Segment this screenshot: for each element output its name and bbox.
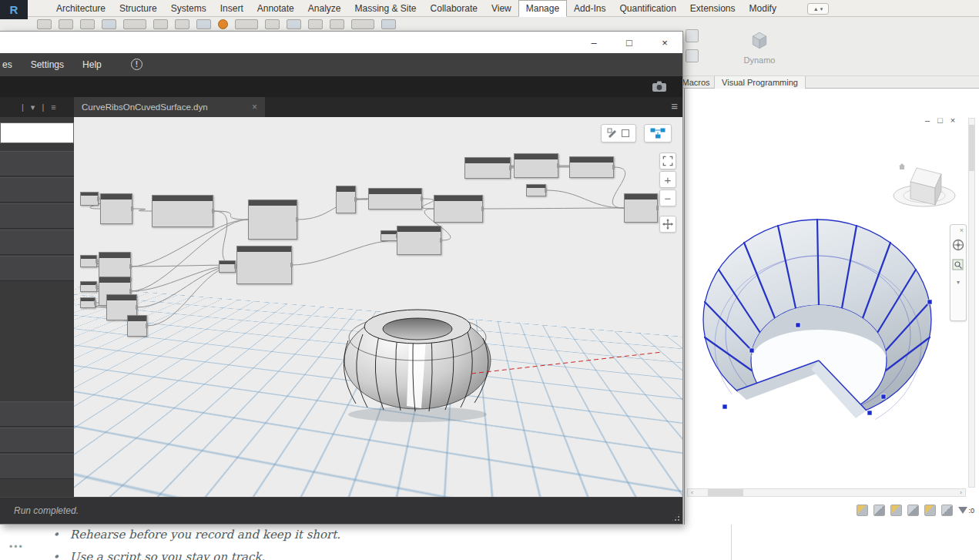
tab-structure[interactable]: Structure	[112, 0, 164, 17]
tab-annotate[interactable]: Annotate	[250, 0, 301, 17]
tab-extensions[interactable]: Extensions	[683, 0, 743, 17]
tab-close-icon[interactable]: ×	[252, 102, 257, 112]
roof-tool-icon[interactable]	[196, 19, 211, 29]
graph-node[interactable]	[397, 226, 441, 255]
close-button[interactable]: ×	[653, 32, 676, 53]
view-section-icon[interactable]	[235, 19, 258, 29]
zoom-in-button[interactable]: +	[659, 171, 676, 188]
scroll-left-icon[interactable]: ‹	[688, 488, 696, 497]
graph-node[interactable]	[127, 315, 147, 337]
zoom-fit-button[interactable]	[659, 153, 676, 169]
tab-collaborate[interactable]: Collaborate	[424, 0, 484, 17]
graph-node[interactable]	[526, 184, 546, 196]
scroll-right-icon[interactable]: ›	[957, 488, 965, 497]
tab-add-ins[interactable]: Add-Ins	[567, 0, 612, 17]
wall-tool-icon[interactable]	[80, 19, 95, 29]
select-pinned-icon[interactable]	[890, 505, 902, 516]
vscroll-thumb[interactable]	[969, 125, 974, 171]
component-tool-icon[interactable]	[153, 19, 168, 29]
graph-node[interactable]	[152, 195, 213, 227]
ribbon-collapse-button[interactable]: ▲ ▾	[807, 3, 829, 15]
sheet-tool-icon[interactable]	[330, 19, 344, 29]
view-horizontal-scrollbar[interactable]: ‹ ›	[687, 488, 966, 497]
revit-app-button[interactable]: R	[0, 0, 28, 19]
column-tool-icon[interactable]	[175, 19, 189, 29]
render-icon[interactable]	[218, 19, 228, 29]
graph-node[interactable]	[569, 156, 614, 178]
tab-manage[interactable]: Manage	[518, 0, 567, 17]
geometry-view-toggle[interactable]	[601, 124, 636, 143]
select-underlay-icon[interactable]	[873, 505, 885, 516]
graph-node[interactable]	[100, 193, 132, 224]
select-links-icon[interactable]	[857, 505, 868, 516]
library-category[interactable]	[0, 454, 74, 479]
graph-view-toggle[interactable]	[644, 124, 672, 143]
graph-node[interactable]	[80, 255, 97, 267]
maximize-button[interactable]: □	[618, 32, 641, 53]
hscroll-thumb[interactable]	[708, 489, 743, 496]
graph-node[interactable]	[514, 153, 558, 178]
resize-grip[interactable]	[671, 512, 681, 522]
more-button[interactable]: •••	[9, 542, 24, 552]
macro-manager-icon[interactable]	[686, 29, 699, 42]
export-image-camera-icon[interactable]	[652, 81, 667, 96]
macro-security-icon[interactable]	[686, 49, 699, 62]
schedule-tool-icon[interactable]	[351, 19, 374, 29]
zoom-tool-icon[interactable]	[952, 259, 964, 274]
graph-node[interactable]	[434, 195, 483, 223]
graph-node[interactable]	[80, 281, 97, 292]
drag-on-selection-icon[interactable]	[924, 505, 936, 516]
zoom-out-button[interactable]: −	[659, 189, 676, 206]
default-3d-icon[interactable]	[287, 19, 301, 29]
graph-node[interactable]	[236, 246, 292, 284]
library-category[interactable]	[0, 230, 74, 255]
tab-view[interactable]: View	[484, 0, 518, 17]
tab-analyze[interactable]: Analyze	[301, 0, 348, 17]
menu-settings[interactable]: Settings	[31, 59, 64, 70]
modify-cursor-icon[interactable]	[37, 19, 52, 29]
tab-massing-site[interactable]: Massing & Site	[348, 0, 424, 17]
minimize-button[interactable]: –	[582, 32, 605, 53]
library-category[interactable]	[0, 177, 74, 203]
tab-modify[interactable]: Modify	[743, 0, 783, 17]
revit-3d-view[interactable]: – □ ×	[684, 89, 979, 525]
graph-node[interactable]	[219, 260, 236, 273]
list-view-icon[interactable]: ≡	[51, 102, 55, 112]
tab-systems[interactable]: Systems	[164, 0, 213, 17]
camera-tool-icon[interactable]	[308, 19, 323, 29]
graph-node[interactable]	[624, 193, 658, 223]
notification-alert-icon[interactable]: !	[131, 59, 142, 70]
navbar-expand-icon[interactable]: ▾	[957, 279, 960, 286]
menu-es[interactable]: es	[2, 59, 12, 70]
dynamo-title-bar[interactable]: – □ ×	[0, 32, 682, 53]
dynamo-canvas[interactable]: + −	[74, 117, 682, 497]
reveal-hidden-icon[interactable]	[941, 505, 953, 516]
window-tool-icon[interactable]	[123, 19, 146, 29]
library-search-input[interactable]	[0, 122, 74, 143]
steering-wheel-icon[interactable]	[952, 239, 964, 254]
pan-button[interactable]	[659, 216, 676, 233]
library-category[interactable]	[0, 203, 74, 229]
menu-help[interactable]: Help	[82, 59, 102, 70]
library-category[interactable]	[0, 151, 74, 176]
graph-node[interactable]	[80, 297, 96, 308]
tab-quantification[interactable]: Quantification	[612, 0, 682, 17]
graph-node[interactable]	[80, 192, 99, 206]
navbar-close-icon[interactable]: ×	[960, 226, 964, 234]
manage-links-icon[interactable]	[381, 19, 396, 29]
door-tool-icon[interactable]	[102, 19, 116, 29]
tab-insert[interactable]: Insert	[213, 0, 250, 17]
tab-architecture[interactable]: Architecture	[49, 0, 112, 17]
dynamo-button[interactable]: Dynamo	[729, 20, 790, 75]
callout-icon[interactable]	[265, 19, 280, 29]
workspace-tab[interactable]: CurveRibsOnCuvedSurface.dyn ×	[74, 97, 265, 117]
selection-filter-icon[interactable]: :0	[958, 505, 974, 516]
hamburger-menu-icon[interactable]: ≡	[671, 99, 678, 112]
library-category[interactable]	[0, 401, 74, 427]
library-category[interactable]	[0, 428, 74, 453]
panel-label-visual-programming[interactable]: Visual Programming	[715, 76, 806, 89]
graph-node[interactable]	[368, 188, 422, 210]
select-box-icon[interactable]	[59, 19, 73, 29]
view-vertical-scrollbar[interactable]	[968, 118, 975, 488]
graph-node[interactable]	[248, 200, 297, 240]
